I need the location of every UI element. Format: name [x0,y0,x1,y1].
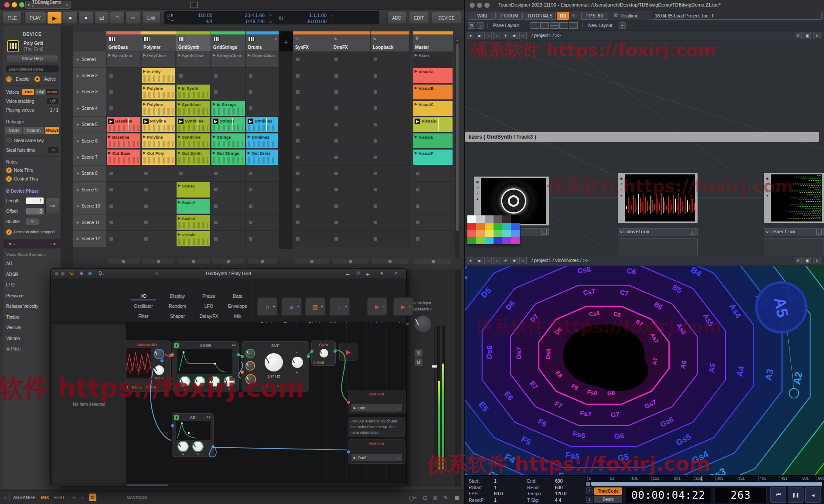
clip-slot[interactable] [106,100,141,116]
clip-slot[interactable]: ▶Polyline [141,84,176,100]
clip-slot[interactable] [293,198,331,215]
track-header-gridbass[interactable]: GridBass [106,31,141,51]
solo-button[interactable]: S [415,349,422,357]
fps-field[interactable]: FPS: 60 [581,12,608,20]
hw-out1-dropdown[interactable]: ▶Out1⌄ [351,404,402,412]
clip-slot[interactable]: ▶Synthline [176,117,211,133]
plugin-tab-random[interactable]: Random [160,301,194,311]
controller-icon[interactable]: ▤ [89,494,96,501]
palette-swatch[interactable] [476,215,485,223]
close-traffic-icon[interactable] [470,3,475,8]
clip-playing-icon[interactable]: ▶ [248,119,253,124]
palette-swatch[interactable] [502,237,511,245]
filter-type-icons[interactable]: ◞∧◠∨ [261,384,283,388]
clip-slot[interactable] [106,182,141,198]
clip-slot[interactable]: ▶DrumsClear [246,51,279,68]
clip-slot[interactable] [293,51,331,68]
palette-swatch[interactable] [467,237,476,245]
collapse-pane-icon[interactable]: ⇩ [813,32,821,39]
clip-out-synth[interactable]: ▶Out Synth [177,150,210,164]
palette-swatch[interactable] [502,230,511,237]
clip-play-icon[interactable]: ▶ [143,102,146,106]
clip-slot[interactable]: ▶PolyClear [141,51,176,68]
mute-button[interactable]: M [415,358,422,366]
canvas-hscrollbar[interactable] [126,484,405,486]
layout-quad-icon[interactable] [559,22,568,29]
clip-slot[interactable] [246,84,279,100]
clip-slot[interactable]: ▶Polyline [141,117,176,133]
clip-slot[interactable] [331,133,371,149]
voice-stacking-value[interactable]: Off [47,98,58,104]
clip-slot[interactable] [331,231,371,247]
clip-stringsclear[interactable]: ▶StringsClear [211,52,245,67]
clip-playing-icon[interactable]: ▶ [213,119,218,124]
file-icon[interactable]: ▢ [423,495,427,500]
clip-polyline[interactable]: ▶Polyline [142,85,175,99]
color-palette[interactable] [467,215,520,244]
clip-play-icon[interactable]: ▶ [248,151,250,155]
node2-name-field[interactable]: vizWaveform+ [618,228,698,235]
plugin-tab-lfo[interactable]: LFO [194,301,223,311]
clip-scale3[interactable]: ▶Scale3 [177,215,210,230]
input-port[interactable] [171,424,174,427]
clip-slot[interactable] [246,231,279,247]
clip-bassline[interactable]: ▶Bassline [107,133,140,148]
module-pitch-in[interactable]: ▥ [305,297,325,316]
knob-d[interactable] [195,377,204,386]
record-button[interactable]: ● [78,12,93,24]
preroll-button[interactable]: ◠ [110,12,125,24]
clip-slot[interactable]: ▶Scale3 [176,215,211,231]
clip-slot[interactable] [176,166,211,182]
clip-slot[interactable]: ▶Synthline [176,133,211,149]
file-button[interactable]: FILE [3,12,22,24]
clip-black[interactable]: ▶Black [413,52,453,67]
clip-slot[interactable]: ▶Strings [211,117,246,133]
clip-playing-icon[interactable]: ▶ [143,119,149,124]
clip-slot[interactable]: ▶In Synth [176,84,211,100]
tl-field-value[interactable]: 4 4 [555,497,562,503]
clip-slot[interactable]: ▶Scale2 [176,198,211,215]
scene-play-icon[interactable]: ▶ [77,155,79,159]
clip-slot[interactable]: ▶Out Drms [246,149,279,165]
back-icon[interactable]: ‹ [484,257,492,264]
maximize-pane-icon[interactable]: ▣ [804,32,811,39]
clip-slot[interactable] [331,166,371,182]
palette-swatch[interactable] [467,215,476,223]
device-view-button[interactable]: DEVICE [432,12,461,24]
frame-ruler[interactable]: 151101151201251301351401451501600 [585,476,824,481]
module-phase-in[interactable]: ø [282,297,302,316]
scale-icon[interactable]: ⊹ [72,495,76,500]
collapse-pane-icon[interactable]: ⇩ [813,257,821,264]
clip-polyline[interactable]: ▶Polyline [142,133,175,148]
track-header-drmfx[interactable]: ∿DrmFX [331,31,371,51]
fraction-box[interactable]: / [586,487,592,494]
layout-triple-icon[interactable] [569,22,578,29]
track-stop-button[interactable] [372,259,408,264]
clip-slot[interactable] [141,182,176,198]
clip-slot[interactable] [106,198,141,215]
link-icon[interactable]: ♪ [81,495,83,500]
input-port[interactable] [347,401,350,404]
device-name-input[interactable]: User-defined name [6,65,58,72]
wavetable-values[interactable]: 1 0.00 st 0.22 Hz [126,385,170,389]
clip-slot[interactable] [293,117,331,133]
scene-launch-12[interactable]: ▶Scene 12 [73,231,106,247]
clip-slot[interactable] [371,51,410,68]
clip-play-icon[interactable]: ▶ [143,53,146,57]
scene-launch-5[interactable]: ▶Scene 5 [73,117,106,133]
time-value[interactable]: 0:49.726 [221,18,265,24]
knob-a[interactable] [178,442,188,451]
clip-slot[interactable] [371,68,410,84]
clip-slot[interactable] [371,231,410,247]
minimize-traffic-icon[interactable] [477,3,482,8]
clip-slot[interactable] [371,133,410,149]
palette-swatch[interactable] [476,230,485,237]
clip-slot[interactable] [141,198,176,215]
edit-mode-button[interactable]: EDIT [409,12,429,24]
wiki-button[interactable]: WIKI [469,12,496,20]
voices-digi-button[interactable]: Digi [35,89,46,95]
clip-slot[interactable] [413,198,453,215]
network-editor[interactable]: lizers ( GridSynth / Track3 ) ◉↗×● None … [465,41,824,255]
cutoff-mod-port[interactable] [241,371,244,374]
output-port[interactable] [334,350,337,353]
